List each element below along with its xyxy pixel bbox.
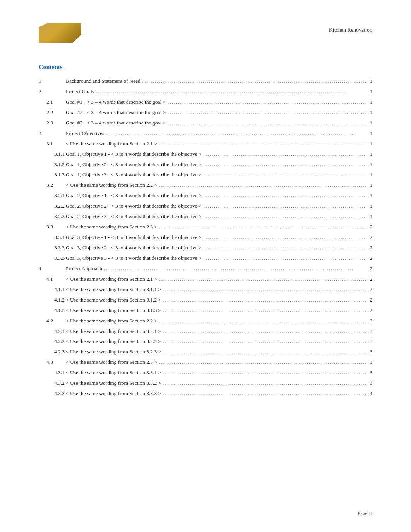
toc-number: 2 — [39, 89, 41, 94]
toc-number: 4.2 — [46, 318, 53, 324]
toc-label: Goal 2, Objective 1 - < 3 to 4 words tha… — [66, 191, 202, 200]
page: Kitchen Renovation Contents 1Background … — [0, 0, 411, 532]
toc-page: 2 — [366, 275, 372, 284]
toc-page: 1 — [366, 191, 372, 200]
toc-dots: ........................................… — [102, 264, 366, 273]
toc-label: < Use the same wording from Section 2.3 … — [66, 223, 157, 232]
toc-row-content: Goal #1 - < 3 – 4 words that describe th… — [66, 97, 372, 107]
toc-dots: ........................................… — [202, 171, 366, 179]
toc-page: 3 — [366, 348, 372, 356]
toc-label: Goal #3 - < 3 – 4 words that describe th… — [66, 119, 166, 128]
toc-page: 3 — [366, 358, 372, 367]
toc-label: Goal 2, Objective 2 - < 3 to 4 words tha… — [66, 202, 202, 211]
toc-number: 4.1 — [46, 276, 53, 282]
toc-page: 1 — [366, 150, 372, 159]
toc-entry: 1Background and Statement of Need.......… — [39, 76, 372, 87]
toc-label: Goal 1, Objective 2 - < 3 to 4 words tha… — [66, 160, 202, 169]
toc-label: Background and Statement of Need — [66, 77, 140, 86]
toc-entry: 3.1< Use the same wording from Section 2… — [39, 139, 372, 149]
toc-label: Goal 3, Objective 3 - < 3 to 4 words tha… — [66, 254, 202, 263]
toc-page: 3 — [366, 379, 372, 388]
toc-number: 2.2 — [46, 109, 53, 115]
toc-dots: ........................................… — [166, 119, 366, 128]
toc-entry: 3.3< Use the same wording from Section 2… — [39, 222, 372, 232]
toc-row-content: < Use the same wording from Section 3.2.… — [66, 347, 372, 357]
toc-row-content: < Use the same wording from Section 3.1.… — [66, 285, 372, 295]
toc-row-content: < Use the same wording from Section 2.2 … — [66, 316, 372, 326]
toc-row-content: Goal 3, Objective 1 - < 3 to 4 words tha… — [66, 232, 372, 243]
toc-dots: ........................................… — [161, 285, 366, 294]
toc-page: 1 — [366, 212, 372, 221]
toc-dots: ........................................… — [161, 368, 366, 377]
toc-dots: ........................................… — [161, 306, 366, 315]
toc-page: 2 — [366, 223, 372, 232]
toc-label: < Use the same wording from Section 3.2.… — [66, 348, 161, 356]
toc-dots: ........................................… — [157, 181, 366, 190]
toc-page: 1 — [366, 181, 372, 190]
toc-dots: ........................................… — [161, 337, 366, 346]
toc-page: 3 — [366, 337, 372, 346]
toc-label: < Use the same wording from Section 3.1.… — [66, 306, 161, 315]
toc-page: 1 — [366, 202, 372, 211]
toc-entry: 3.2< Use the same wording from Section 2… — [39, 180, 372, 191]
toc-page: 4 — [366, 389, 372, 398]
toc-page: 3 — [366, 327, 372, 336]
toc-number: 3.2.1 — [54, 193, 65, 198]
toc-row-content: Goal 1, Objective 3 - < 3 to 4 words tha… — [66, 170, 372, 180]
toc-dots: ........................................… — [202, 160, 366, 169]
toc-dots: ........................................… — [161, 348, 366, 356]
toc-entry: 3.2.1Goal 2, Objective 1 - < 3 to 4 word… — [39, 191, 372, 201]
toc-number: 3 — [39, 130, 41, 136]
toc-number: 3.3.3 — [54, 255, 65, 261]
toc-number: 4 — [39, 266, 41, 271]
toc-entry: 3.3.3Goal 3, Objective 3 - < 3 to 4 word… — [39, 253, 372, 264]
toc-dots: ........................................… — [202, 233, 366, 242]
table-of-contents: 1Background and Statement of Need.......… — [39, 76, 372, 399]
toc-row-content: Goal 2, Objective 3 - < 3 to 4 words tha… — [66, 211, 372, 222]
toc-page: 1 — [366, 119, 372, 128]
toc-number: 3.1.3 — [54, 172, 65, 177]
toc-entry: 4.2.1< Use the same wording from Section… — [39, 326, 372, 337]
toc-entry: 3.2.3Goal 2, Objective 3 - < 3 to 4 word… — [39, 211, 372, 222]
toc-dots: ........................................… — [161, 389, 366, 398]
toc-page: 1 — [366, 77, 372, 86]
toc-row-content: < Use the same wording from Section 3.1.… — [66, 305, 372, 316]
toc-label: < Use the same wording from Section 2.1 … — [66, 275, 157, 284]
toc-page: 1 — [366, 108, 372, 117]
toc-page: 2 — [366, 306, 372, 315]
toc-entry: 4.1.1< Use the same wording from Section… — [39, 285, 372, 295]
toc-number: 1 — [39, 78, 41, 84]
toc-number: 4.3.1 — [54, 370, 65, 375]
toc-page: 2 — [366, 244, 372, 252]
toc-entry: 3.3.1Goal 3, Objective 1 - < 3 to 4 word… — [39, 232, 372, 243]
toc-number: 3.1 — [46, 141, 53, 147]
toc-row-content: Goal 3, Objective 3 - < 3 to 4 words tha… — [66, 253, 372, 264]
toc-label: Goal 1, Objective 3 - < 3 to 4 words tha… — [66, 171, 202, 179]
toc-number: 4.1.2 — [54, 297, 65, 303]
toc-row-content: Goal #2 - < 3 – 4 words that describe th… — [66, 107, 372, 118]
toc-row-content: < Use the same wording from Section 3.2.… — [66, 336, 372, 347]
toc-dots: ........................................… — [166, 108, 366, 117]
toc-entry: 4Project Approach.......................… — [39, 264, 372, 274]
toc-entry: 4.3.2< Use the same wording from Section… — [39, 378, 372, 389]
toc-entry: 2Project Goals..........................… — [39, 87, 372, 97]
toc-number: 3.2.2 — [54, 203, 65, 209]
toc-dots: ........................................… — [202, 191, 366, 200]
toc-dots: ........................................… — [166, 98, 366, 107]
toc-row-content: Goal 3, Objective 2 - < 3 to 4 words tha… — [66, 243, 372, 253]
toc-number: 4.1.1 — [54, 286, 65, 292]
toc-label: < Use the same wording from Section 3.1.… — [66, 296, 161, 305]
toc-row-content: < Use the same wording from Section 2.3 … — [66, 357, 372, 368]
toc-label: Goal #2 - < 3 – 4 words that describe th… — [66, 108, 166, 117]
toc-number: 4.2.3 — [54, 349, 65, 355]
toc-row-content: Goal 2, Objective 2 - < 3 to 4 words tha… — [66, 201, 372, 211]
toc-entry: 3.1.2Goal 1, Objective 2 - < 3 to 4 word… — [39, 160, 372, 170]
toc-row-content: Goal #3 - < 3 – 4 words that describe th… — [66, 118, 372, 128]
toc-entry: 4.2< Use the same wording from Section 2… — [39, 316, 372, 326]
toc-number: 4.2.2 — [54, 338, 65, 344]
toc-page: 1 — [366, 129, 372, 138]
logo-shape — [39, 23, 81, 43]
footer-page-number: Page | i — [358, 510, 372, 517]
toc-row-content: Goal 2, Objective 1 - < 3 to 4 words tha… — [66, 191, 372, 201]
toc-entry: 4.2.3< Use the same wording from Section… — [39, 347, 372, 357]
